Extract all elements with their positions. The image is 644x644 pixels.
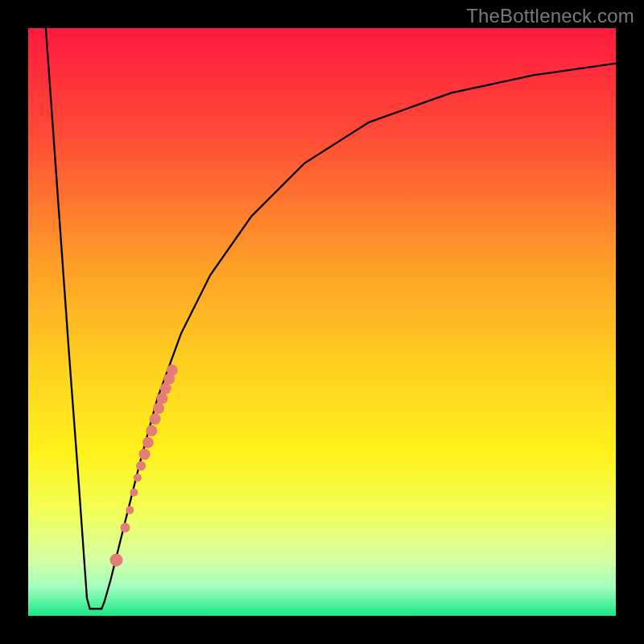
marker-dot [146, 425, 157, 436]
marker-dot [153, 402, 164, 414]
bottleneck-curve [46, 28, 616, 609]
marker-dot [134, 473, 142, 481]
plot-area [28, 28, 616, 616]
dots-layer [109, 365, 177, 567]
marker-dot [109, 554, 122, 567]
marker-dot [136, 461, 146, 471]
marker-dot [142, 437, 154, 448]
marker-dot [156, 393, 167, 404]
marker-dot [150, 413, 161, 424]
outer-frame: TheBottleneck.com [0, 0, 644, 644]
marker-dot [130, 489, 138, 497]
marker-dot [120, 522, 130, 532]
curve-layer [46, 28, 616, 609]
chart-svg [28, 28, 616, 616]
marker-dot [139, 448, 151, 460]
marker-dot [167, 365, 178, 376]
watermark-text: TheBottleneck.com [466, 5, 634, 27]
marker-dot [126, 506, 134, 514]
